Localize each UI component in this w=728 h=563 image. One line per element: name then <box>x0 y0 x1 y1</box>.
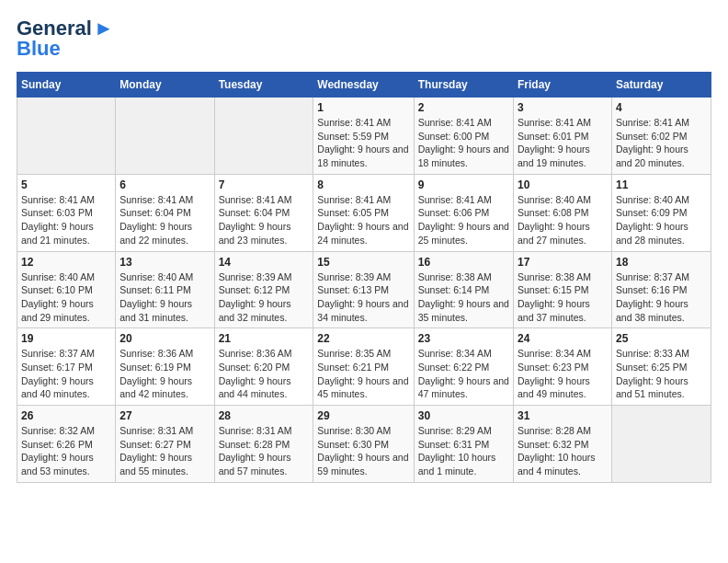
table-row: 14Sunrise: 8:39 AM Sunset: 6:12 PM Dayli… <box>214 251 313 328</box>
cell-day-number: 1 <box>317 101 409 114</box>
header-monday: Monday <box>116 73 214 98</box>
cell-day-info: Sunrise: 8:37 AM Sunset: 6:17 PM Dayligh… <box>21 347 111 401</box>
table-row: 27Sunrise: 8:31 AM Sunset: 6:27 PM Dayli… <box>116 406 214 483</box>
calendar-week-row: 1Sunrise: 8:41 AM Sunset: 5:59 PM Daylig… <box>17 98 711 175</box>
cell-day-info: Sunrise: 8:36 AM Sunset: 6:19 PM Dayligh… <box>119 347 210 401</box>
cell-day-info: Sunrise: 8:30 AM Sunset: 6:30 PM Dayligh… <box>317 424 409 478</box>
cell-day-info: Sunrise: 8:28 AM Sunset: 6:32 PM Dayligh… <box>518 424 608 478</box>
calendar-week-row: 12Sunrise: 8:40 AM Sunset: 6:10 PM Dayli… <box>17 251 711 328</box>
table-row: 23Sunrise: 8:34 AM Sunset: 6:22 PM Dayli… <box>414 328 513 406</box>
cell-day-number: 22 <box>317 332 409 345</box>
cell-day-info: Sunrise: 8:41 AM Sunset: 6:01 PM Dayligh… <box>518 116 608 170</box>
table-row: 10Sunrise: 8:40 AM Sunset: 6:08 PM Dayli… <box>513 174 611 251</box>
logo-blue: Blue <box>17 37 61 61</box>
cell-day-number: 14 <box>219 256 310 269</box>
cell-day-info: Sunrise: 8:40 AM Sunset: 6:11 PM Dayligh… <box>119 270 210 325</box>
cell-day-info: Sunrise: 8:41 AM Sunset: 6:04 PM Dayligh… <box>119 193 210 247</box>
cell-day-number: 11 <box>616 178 707 191</box>
cell-day-number: 28 <box>219 409 310 422</box>
table-row: 24Sunrise: 8:34 AM Sunset: 6:23 PM Dayli… <box>513 328 611 406</box>
cell-day-info: Sunrise: 8:40 AM Sunset: 6:09 PM Dayligh… <box>616 193 707 247</box>
cell-day-number: 10 <box>518 178 608 191</box>
cell-day-info: Sunrise: 8:33 AM Sunset: 6:25 PM Dayligh… <box>616 347 707 401</box>
cell-day-info: Sunrise: 8:31 AM Sunset: 6:28 PM Dayligh… <box>219 424 310 478</box>
table-row: 1Sunrise: 8:41 AM Sunset: 5:59 PM Daylig… <box>313 98 414 175</box>
cell-day-number: 20 <box>119 332 210 345</box>
cell-day-number: 26 <box>21 409 111 422</box>
table-row: 29Sunrise: 8:30 AM Sunset: 6:30 PM Dayli… <box>313 406 414 483</box>
table-row: 16Sunrise: 8:38 AM Sunset: 6:14 PM Dayli… <box>414 251 513 328</box>
cell-day-info: Sunrise: 8:37 AM Sunset: 6:16 PM Dayligh… <box>616 270 707 325</box>
table-row <box>214 98 313 175</box>
cell-day-number: 15 <box>317 256 409 269</box>
header-saturday: Saturday <box>611 73 711 98</box>
calendar-week-row: 19Sunrise: 8:37 AM Sunset: 6:17 PM Dayli… <box>17 328 711 406</box>
cell-day-number: 24 <box>518 332 608 345</box>
table-row: 20Sunrise: 8:36 AM Sunset: 6:19 PM Dayli… <box>116 328 214 406</box>
page: General ► Blue Sunday Monday Tuesday Wed… <box>0 0 728 500</box>
header-area: General ► Blue <box>17 17 711 61</box>
cell-day-info: Sunrise: 8:41 AM Sunset: 6:06 PM Dayligh… <box>418 193 509 247</box>
cell-day-info: Sunrise: 8:40 AM Sunset: 6:08 PM Dayligh… <box>518 193 608 247</box>
logo: General ► Blue <box>17 17 114 61</box>
cell-day-info: Sunrise: 8:38 AM Sunset: 6:14 PM Dayligh… <box>418 270 509 325</box>
table-row: 19Sunrise: 8:37 AM Sunset: 6:17 PM Dayli… <box>17 328 116 406</box>
cell-day-number: 19 <box>21 332 111 345</box>
cell-day-info: Sunrise: 8:34 AM Sunset: 6:23 PM Dayligh… <box>518 347 608 401</box>
cell-day-info: Sunrise: 8:31 AM Sunset: 6:27 PM Dayligh… <box>119 424 210 478</box>
table-row: 17Sunrise: 8:38 AM Sunset: 6:15 PM Dayli… <box>513 251 611 328</box>
cell-day-number: 6 <box>119 178 210 191</box>
cell-day-number: 2 <box>418 101 509 114</box>
table-row: 9Sunrise: 8:41 AM Sunset: 6:06 PM Daylig… <box>414 174 513 251</box>
table-row: 13Sunrise: 8:40 AM Sunset: 6:11 PM Dayli… <box>116 251 214 328</box>
cell-day-info: Sunrise: 8:35 AM Sunset: 6:21 PM Dayligh… <box>317 347 409 401</box>
cell-day-number: 27 <box>119 409 210 422</box>
cell-day-info: Sunrise: 8:41 AM Sunset: 6:04 PM Dayligh… <box>219 193 310 247</box>
calendar-week-row: 26Sunrise: 8:32 AM Sunset: 6:26 PM Dayli… <box>17 406 711 483</box>
table-row: 2Sunrise: 8:41 AM Sunset: 6:00 PM Daylig… <box>414 98 513 175</box>
cell-day-number: 12 <box>21 256 111 269</box>
table-row: 8Sunrise: 8:41 AM Sunset: 6:05 PM Daylig… <box>313 174 414 251</box>
cell-day-number: 29 <box>317 409 409 422</box>
cell-day-number: 31 <box>518 409 608 422</box>
table-row: 3Sunrise: 8:41 AM Sunset: 6:01 PM Daylig… <box>513 98 611 175</box>
table-row: 5Sunrise: 8:41 AM Sunset: 6:03 PM Daylig… <box>17 174 116 251</box>
cell-day-info: Sunrise: 8:41 AM Sunset: 6:02 PM Dayligh… <box>616 116 707 170</box>
cell-day-info: Sunrise: 8:41 AM Sunset: 6:00 PM Dayligh… <box>418 116 509 170</box>
weekday-header-row: Sunday Monday Tuesday Wednesday Thursday… <box>17 73 711 98</box>
header-wednesday: Wednesday <box>313 73 414 98</box>
cell-day-number: 4 <box>616 101 707 114</box>
cell-day-number: 8 <box>317 178 409 191</box>
cell-day-info: Sunrise: 8:38 AM Sunset: 6:15 PM Dayligh… <box>518 270 608 325</box>
table-row: 28Sunrise: 8:31 AM Sunset: 6:28 PM Dayli… <box>214 406 313 483</box>
calendar-week-row: 5Sunrise: 8:41 AM Sunset: 6:03 PM Daylig… <box>17 174 711 251</box>
cell-day-number: 18 <box>616 256 707 269</box>
cell-day-info: Sunrise: 8:32 AM Sunset: 6:26 PM Dayligh… <box>21 424 111 478</box>
cell-day-info: Sunrise: 8:41 AM Sunset: 5:59 PM Dayligh… <box>317 116 409 170</box>
cell-day-info: Sunrise: 8:36 AM Sunset: 6:20 PM Dayligh… <box>219 347 310 401</box>
table-row: 26Sunrise: 8:32 AM Sunset: 6:26 PM Dayli… <box>17 406 116 483</box>
table-row: 30Sunrise: 8:29 AM Sunset: 6:31 PM Dayli… <box>414 406 513 483</box>
table-row <box>17 98 116 175</box>
table-row: 12Sunrise: 8:40 AM Sunset: 6:10 PM Dayli… <box>17 251 116 328</box>
calendar-table: Sunday Monday Tuesday Wednesday Thursday… <box>17 72 711 483</box>
table-row: 11Sunrise: 8:40 AM Sunset: 6:09 PM Dayli… <box>611 174 711 251</box>
logo-bird-icon: ► <box>94 17 114 40</box>
cell-day-number: 5 <box>21 178 111 191</box>
cell-day-info: Sunrise: 8:34 AM Sunset: 6:22 PM Dayligh… <box>418 347 509 401</box>
header-thursday: Thursday <box>414 73 513 98</box>
cell-day-number: 13 <box>119 256 210 269</box>
header-friday: Friday <box>513 73 611 98</box>
table-row: 7Sunrise: 8:41 AM Sunset: 6:04 PM Daylig… <box>214 174 313 251</box>
table-row: 4Sunrise: 8:41 AM Sunset: 6:02 PM Daylig… <box>611 98 711 175</box>
cell-day-info: Sunrise: 8:39 AM Sunset: 6:12 PM Dayligh… <box>219 270 310 325</box>
table-row: 31Sunrise: 8:28 AM Sunset: 6:32 PM Dayli… <box>513 406 611 483</box>
cell-day-number: 25 <box>616 332 707 345</box>
table-row: 22Sunrise: 8:35 AM Sunset: 6:21 PM Dayli… <box>313 328 414 406</box>
cell-day-info: Sunrise: 8:41 AM Sunset: 6:05 PM Dayligh… <box>317 193 409 247</box>
table-row: 15Sunrise: 8:39 AM Sunset: 6:13 PM Dayli… <box>313 251 414 328</box>
cell-day-number: 7 <box>219 178 310 191</box>
header-tuesday: Tuesday <box>214 73 313 98</box>
cell-day-number: 17 <box>518 256 608 269</box>
table-row <box>116 98 214 175</box>
